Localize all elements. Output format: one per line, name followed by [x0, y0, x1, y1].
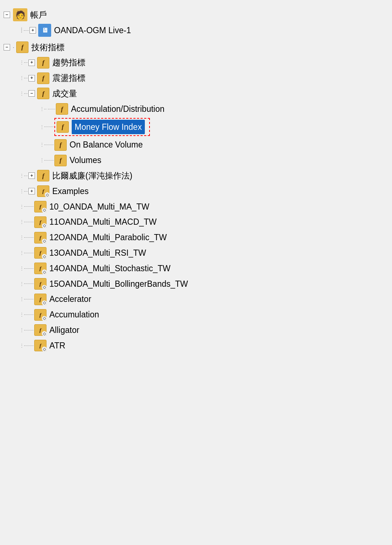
item-15-icon: f [34, 278, 46, 290]
tech-indicators-icon: f [16, 41, 28, 53]
tech-indicators-label: 技術指標 [31, 41, 64, 54]
item-10-icon: f [34, 201, 46, 212]
tree-item-volatility[interactable]: ⋮ + f 震盪指標 [4, 70, 388, 86]
item-13-icon: f [34, 247, 46, 259]
accum-dist-label: Accumulation/Distribution [71, 102, 165, 116]
money-flow-icon: f [57, 121, 69, 133]
volume-icon: f [37, 88, 49, 99]
accum-dist-icon: f [56, 103, 68, 115]
tree-item-accum-dist[interactable]: ⋮ f Accumulation/Distribution [4, 101, 388, 117]
item-14-label: 14OANDA_Multi_Stochastic_TW [49, 262, 170, 275]
tree-item-atr[interactable]: ⋮ f ATR [4, 338, 388, 353]
tree-item-12[interactable]: ⋮ f 12OANDA_Multi_Parabolic_TW [4, 230, 388, 245]
money-flow-label: Money Flow Index [72, 120, 145, 135]
accumulation-label: Accumulation [49, 308, 99, 321]
tree-item-on-balance[interactable]: ⋮ f On Balance Volume [4, 137, 388, 153]
tree-item-accounts[interactable]: − 🧑 帳戶 [4, 7, 388, 23]
server-icon: 🖥 [38, 24, 51, 37]
alligator-icon: f [34, 324, 46, 336]
item-14-icon: f [34, 263, 46, 274]
accelerator-label: Accelerator [49, 293, 91, 306]
collapse-volume[interactable]: − [28, 90, 35, 97]
examples-icon: f [37, 185, 49, 197]
billwilliams-icon: f [37, 170, 49, 181]
account-icon: 🧑 [13, 8, 27, 21]
expand-billwilliams[interactable]: + [28, 172, 35, 179]
atr-icon: f [34, 340, 46, 351]
item-11-icon: f [34, 216, 46, 228]
volumes-label: Volumes [70, 154, 101, 167]
item-12-icon: f [34, 232, 46, 243]
tree-item-billwilliams[interactable]: ⋮ + f 比爾威廉(渾沌操作法) [4, 168, 388, 184]
tree-item-oanda[interactable]: ┊ + 🖥 OANDA-OGM Live-1 [4, 23, 388, 38]
tree-item-trend[interactable]: ⋮ + f 趨勢指標 [4, 55, 388, 70]
tree-container: − 🧑 帳戶 ┊ + 🖥 OANDA-OGM Live-1 − · f 技術指標… [0, 0, 392, 361]
on-balance-label: On Balance Volume [70, 138, 143, 151]
examples-label: Examples [52, 185, 89, 198]
tree-item-accumulation[interactable]: ⋮ f Accumulation [4, 307, 388, 322]
expand-volatility[interactable]: + [28, 75, 35, 82]
tree-item-money-flow[interactable]: ⋮ f Money Flow Index [4, 117, 388, 137]
tree-item-13[interactable]: ⋮ f 13OANDA_Multi_RSI_TW [4, 245, 388, 261]
tree-item-10[interactable]: ⋮ f 10_OANDA_Multi_MA_TW [4, 199, 388, 215]
item-11-label: 11OANDA_Multi_MACD_TW [49, 215, 157, 229]
atr-label: ATR [49, 339, 65, 352]
item-12-label: 12OANDA_Multi_Parabolic_TW [49, 231, 167, 244]
oanda-label: OANDA-OGM Live-1 [54, 24, 131, 37]
volatility-label: 震盪指標 [52, 71, 85, 85]
item-10-label: 10_OANDA_Multi_MA_TW [49, 200, 149, 214]
accumulation-icon: f [34, 309, 46, 321]
accelerator-icon: f [34, 294, 46, 305]
alligator-label: Alligator [49, 324, 79, 337]
collapse-accounts[interactable]: − [4, 12, 10, 18]
tree-item-tech[interactable]: − · f 技術指標 [4, 40, 388, 55]
volume-label: 成交量 [52, 87, 77, 100]
tree-item-15[interactable]: ⋮ f 15OANDA_Multi_BollingerBands_TW [4, 276, 388, 292]
tree-item-volumes[interactable]: ⋮ f Volumes [4, 153, 388, 168]
collapse-tech[interactable]: − [4, 44, 10, 50]
item-13-label: 13OANDA_Multi_RSI_TW [49, 246, 146, 260]
expand-trend[interactable]: + [28, 60, 35, 66]
tree-item-alligator[interactable]: ⋮ f Alligator [4, 322, 388, 338]
trend-label: 趨勢指標 [52, 56, 85, 69]
expand-examples[interactable]: + [28, 188, 35, 194]
tree-item-accelerator[interactable]: ⋮ f Accelerator [4, 291, 388, 307]
trend-icon: f [37, 57, 49, 69]
on-balance-icon: f [54, 139, 67, 151]
tree-item-examples[interactable]: ⋮ + f Examples [4, 184, 388, 199]
item-15-label: 15OANDA_Multi_BollingerBands_TW [49, 277, 188, 291]
volumes-icon: f [54, 155, 67, 166]
tree-item-11[interactable]: ⋮ f 11OANDA_Multi_MACD_TW [4, 214, 388, 230]
tree-item-volume[interactable]: ⋮ − f 成交量 [4, 86, 388, 101]
billwilliams-label: 比爾威廉(渾沌操作法) [52, 169, 132, 183]
accounts-label: 帳戶 [30, 8, 47, 22]
expand-oanda[interactable]: + [30, 27, 36, 34]
tree-item-14[interactable]: ⋮ f 14OANDA_Multi_Stochastic_TW [4, 261, 388, 276]
volatility-icon: f [37, 72, 49, 84]
